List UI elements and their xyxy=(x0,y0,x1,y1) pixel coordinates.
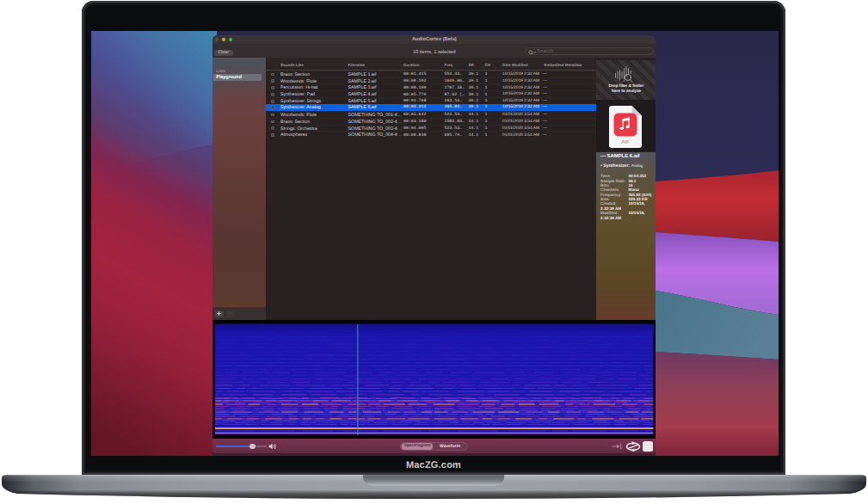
svg-text:AIF: AIF xyxy=(622,138,631,144)
